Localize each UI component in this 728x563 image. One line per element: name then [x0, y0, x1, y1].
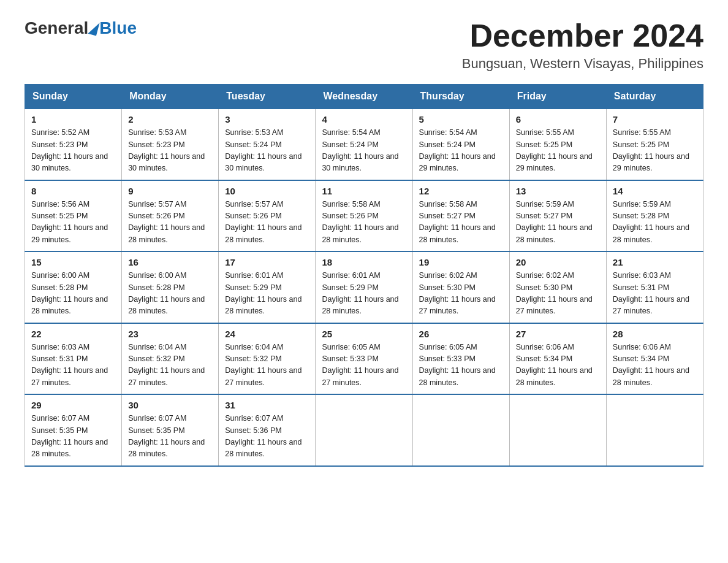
calendar-week-row: 1 Sunrise: 5:52 AMSunset: 5:23 PMDayligh…: [25, 109, 703, 180]
calendar-cell: 23 Sunrise: 6:04 AMSunset: 5:32 PMDaylig…: [122, 323, 219, 395]
calendar-cell: 16 Sunrise: 6:00 AMSunset: 5:28 PMDaylig…: [122, 251, 219, 323]
calendar-cell: 25 Sunrise: 6:05 AMSunset: 5:33 PMDaylig…: [316, 323, 412, 395]
calendar-cell: 10 Sunrise: 5:57 AMSunset: 5:26 PMDaylig…: [219, 180, 316, 252]
day-info: Sunrise: 5:55 AMSunset: 5:25 PMDaylight:…: [613, 128, 689, 172]
day-info: Sunrise: 6:07 AMSunset: 5:35 PMDaylight:…: [31, 414, 108, 458]
day-info: Sunrise: 6:03 AMSunset: 5:31 PMDaylight:…: [31, 343, 108, 387]
calendar-cell: 7 Sunrise: 5:55 AMSunset: 5:25 PMDayligh…: [606, 109, 703, 180]
calendar-cell: [412, 394, 509, 466]
day-info: Sunrise: 6:06 AMSunset: 5:34 PMDaylight:…: [613, 343, 689, 387]
day-number: 17: [225, 257, 309, 267]
calendar-cell: 22 Sunrise: 6:03 AMSunset: 5:31 PMDaylig…: [25, 323, 122, 395]
day-number: 1: [31, 114, 115, 124]
calendar-cell: 13 Sunrise: 5:59 AMSunset: 5:27 PMDaylig…: [509, 180, 606, 252]
calendar-cell: 9 Sunrise: 5:57 AMSunset: 5:26 PMDayligh…: [122, 180, 219, 252]
day-number: 11: [322, 186, 406, 196]
day-info: Sunrise: 6:01 AMSunset: 5:29 PMDaylight:…: [225, 271, 301, 315]
day-number: 8: [31, 186, 115, 196]
calendar-cell: 15 Sunrise: 6:00 AMSunset: 5:28 PMDaylig…: [25, 251, 122, 323]
calendar-cell: 31 Sunrise: 6:07 AMSunset: 5:36 PMDaylig…: [219, 394, 316, 466]
weekday-header-monday: Monday: [122, 85, 219, 109]
logo-general-text: General: [25, 18, 88, 38]
day-info: Sunrise: 5:59 AMSunset: 5:27 PMDaylight:…: [516, 200, 593, 244]
calendar-cell: 19 Sunrise: 6:02 AMSunset: 5:30 PMDaylig…: [412, 251, 509, 323]
logo-blue-text: Blue: [99, 18, 137, 38]
day-info: Sunrise: 5:59 AMSunset: 5:28 PMDaylight:…: [613, 200, 689, 244]
day-number: 30: [128, 400, 212, 410]
calendar-cell: 28 Sunrise: 6:06 AMSunset: 5:34 PMDaylig…: [606, 323, 703, 395]
day-number: 28: [613, 329, 697, 339]
day-number: 7: [613, 114, 697, 124]
month-title: December 2024: [462, 18, 703, 53]
calendar-cell: 20 Sunrise: 6:02 AMSunset: 5:30 PMDaylig…: [509, 251, 606, 323]
calendar-cell: 2 Sunrise: 5:53 AMSunset: 5:23 PMDayligh…: [122, 109, 219, 180]
day-number: 19: [419, 257, 503, 267]
day-number: 25: [322, 329, 406, 339]
logo: General Blue: [25, 18, 137, 38]
calendar-cell: 1 Sunrise: 5:52 AMSunset: 5:23 PMDayligh…: [25, 109, 122, 180]
day-number: 5: [419, 114, 503, 124]
day-number: 12: [419, 186, 503, 196]
calendar-cell: 12 Sunrise: 5:58 AMSunset: 5:27 PMDaylig…: [412, 180, 509, 252]
day-info: Sunrise: 6:04 AMSunset: 5:32 PMDaylight:…: [128, 343, 205, 387]
calendar-cell: 6 Sunrise: 5:55 AMSunset: 5:25 PMDayligh…: [509, 109, 606, 180]
calendar-cell: 24 Sunrise: 6:04 AMSunset: 5:32 PMDaylig…: [219, 323, 316, 395]
weekday-header-saturday: Saturday: [606, 85, 703, 109]
calendar-cell: 11 Sunrise: 5:58 AMSunset: 5:26 PMDaylig…: [316, 180, 412, 252]
calendar-cell: 29 Sunrise: 6:07 AMSunset: 5:35 PMDaylig…: [25, 394, 122, 466]
calendar-cell: [606, 394, 703, 466]
calendar-cell: 27 Sunrise: 6:06 AMSunset: 5:34 PMDaylig…: [509, 323, 606, 395]
day-info: Sunrise: 6:02 AMSunset: 5:30 PMDaylight:…: [419, 271, 496, 315]
day-info: Sunrise: 5:56 AMSunset: 5:25 PMDaylight:…: [31, 200, 108, 244]
day-info: Sunrise: 5:54 AMSunset: 5:24 PMDaylight:…: [419, 128, 496, 172]
calendar-cell: 21 Sunrise: 6:03 AMSunset: 5:31 PMDaylig…: [606, 251, 703, 323]
logo-triangle-icon: [88, 21, 100, 36]
day-info: Sunrise: 5:54 AMSunset: 5:24 PMDaylight:…: [322, 128, 398, 172]
day-number: 23: [128, 329, 212, 339]
day-info: Sunrise: 5:58 AMSunset: 5:27 PMDaylight:…: [419, 200, 496, 244]
day-info: Sunrise: 5:53 AMSunset: 5:24 PMDaylight:…: [225, 128, 301, 172]
day-number: 4: [322, 114, 406, 124]
day-number: 31: [225, 400, 309, 410]
calendar-header-row: SundayMondayTuesdayWednesdayThursdayFrid…: [25, 85, 703, 109]
day-number: 24: [225, 329, 309, 339]
calendar-cell: 8 Sunrise: 5:56 AMSunset: 5:25 PMDayligh…: [25, 180, 122, 252]
day-info: Sunrise: 6:00 AMSunset: 5:28 PMDaylight:…: [128, 271, 205, 315]
day-info: Sunrise: 6:02 AMSunset: 5:30 PMDaylight:…: [516, 271, 593, 315]
day-number: 9: [128, 186, 212, 196]
day-info: Sunrise: 5:57 AMSunset: 5:26 PMDaylight:…: [225, 200, 301, 244]
day-number: 15: [31, 257, 115, 267]
day-number: 13: [516, 186, 600, 196]
calendar-cell: 30 Sunrise: 6:07 AMSunset: 5:35 PMDaylig…: [122, 394, 219, 466]
day-info: Sunrise: 6:01 AMSunset: 5:29 PMDaylight:…: [322, 271, 398, 315]
day-number: 29: [31, 400, 115, 410]
calendar-cell: [509, 394, 606, 466]
calendar-cell: 18 Sunrise: 6:01 AMSunset: 5:29 PMDaylig…: [316, 251, 412, 323]
day-info: Sunrise: 6:00 AMSunset: 5:28 PMDaylight:…: [31, 271, 108, 315]
weekday-header-friday: Friday: [509, 85, 606, 109]
weekday-header-tuesday: Tuesday: [219, 85, 316, 109]
day-number: 20: [516, 257, 600, 267]
day-number: 26: [419, 329, 503, 339]
calendar-cell: 14 Sunrise: 5:59 AMSunset: 5:28 PMDaylig…: [606, 180, 703, 252]
calendar-cell: 5 Sunrise: 5:54 AMSunset: 5:24 PMDayligh…: [412, 109, 509, 180]
day-number: 3: [225, 114, 309, 124]
day-number: 27: [516, 329, 600, 339]
day-number: 10: [225, 186, 309, 196]
location-title: Bungsuan, Western Visayas, Philippines: [462, 56, 703, 72]
day-info: Sunrise: 6:06 AMSunset: 5:34 PMDaylight:…: [516, 343, 593, 387]
calendar-cell: 26 Sunrise: 6:05 AMSunset: 5:33 PMDaylig…: [412, 323, 509, 395]
calendar-week-row: 8 Sunrise: 5:56 AMSunset: 5:25 PMDayligh…: [25, 180, 703, 252]
calendar-cell: 17 Sunrise: 6:01 AMSunset: 5:29 PMDaylig…: [219, 251, 316, 323]
calendar-week-row: 15 Sunrise: 6:00 AMSunset: 5:28 PMDaylig…: [25, 251, 703, 323]
day-number: 6: [516, 114, 600, 124]
day-info: Sunrise: 5:58 AMSunset: 5:26 PMDaylight:…: [322, 200, 398, 244]
calendar-week-row: 29 Sunrise: 6:07 AMSunset: 5:35 PMDaylig…: [25, 394, 703, 466]
day-info: Sunrise: 5:55 AMSunset: 5:25 PMDaylight:…: [516, 128, 593, 172]
day-number: 22: [31, 329, 115, 339]
day-info: Sunrise: 5:57 AMSunset: 5:26 PMDaylight:…: [128, 200, 205, 244]
day-info: Sunrise: 5:52 AMSunset: 5:23 PMDaylight:…: [31, 128, 108, 172]
day-number: 16: [128, 257, 212, 267]
day-info: Sunrise: 6:07 AMSunset: 5:35 PMDaylight:…: [128, 414, 205, 458]
day-info: Sunrise: 5:53 AMSunset: 5:23 PMDaylight:…: [128, 128, 205, 172]
